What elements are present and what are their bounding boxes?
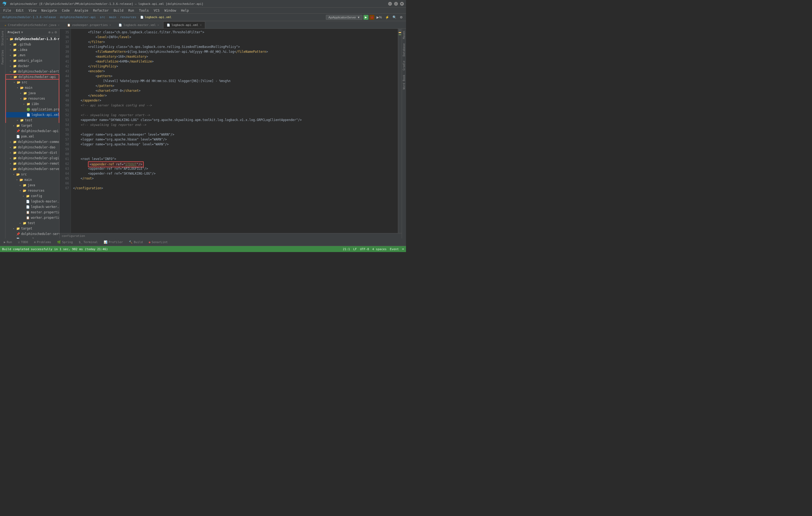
- tab-close-2[interactable]: ×: [157, 24, 159, 27]
- sidebar-header: Project ▼ ⊕ ≡ ⚙: [5, 29, 59, 36]
- run-config-dropdown[interactable]: ApiApplicationServer ▼: [326, 15, 362, 20]
- tree-item-pom.xml[interactable]: 📄pom.xml: [5, 237, 59, 238]
- sidebar-icon-btn3[interactable]: ⚙: [54, 31, 57, 34]
- sidebar-icon-btn2[interactable]: ≡: [52, 31, 53, 34]
- tree-item-dolphinscheduler-server[interactable]: ▾📂dolphinscheduler-server: [5, 166, 59, 172]
- tree-item-ambari_plugin[interactable]: ▸📁ambari_plugin: [5, 58, 59, 63]
- tab-zookeeper[interactable]: 📋 zookeeper.properties ×: [64, 21, 115, 28]
- tree-item-pom.xml[interactable]: 📄pom.xml: [5, 134, 59, 139]
- tree-item-dolphinscheduler-common[interactable]: ▸📁dolphinscheduler-common: [5, 139, 59, 145]
- debug-button[interactable]: 🐞: [370, 15, 374, 20]
- toolbar-btn2[interactable]: ⚙: [399, 15, 404, 20]
- tab-close-3[interactable]: ×: [200, 24, 202, 27]
- tree-item-main[interactable]: ▾📂main: [5, 85, 59, 90]
- tree-item-.idea[interactable]: ▸📁.idea: [5, 47, 59, 53]
- tab-label-3: logback-api.xml: [172, 23, 198, 27]
- tree-item-target[interactable]: ▸📁target: [5, 123, 59, 128]
- maximize-button[interactable]: □: [394, 2, 398, 6]
- menu-build[interactable]: Build: [112, 8, 125, 13]
- status-indent[interactable]: 4 spaces: [372, 248, 386, 251]
- breadcrumb-main[interactable]: main: [109, 16, 116, 19]
- tree-item-worker.properties[interactable]: 📋worker.properties: [5, 215, 59, 220]
- tree-item-src[interactable]: ▾📂src: [5, 80, 59, 85]
- tree-item-src[interactable]: ▾📂src: [5, 172, 59, 177]
- tree-item-dolphinscheduler-1.3.6-release[interactable]: ▾📂dolphinscheduler-1.3.6-release: [5, 36, 59, 42]
- run-button[interactable]: ▶: [364, 15, 368, 20]
- menu-edit[interactable]: Edit: [14, 8, 26, 13]
- maven-panel-btn[interactable]: Maven: [402, 30, 406, 40]
- sidebar-icon-btn1[interactable]: ⊕: [48, 31, 51, 34]
- breadcrumb-src[interactable]: src: [99, 16, 105, 19]
- tree-item-dolphinscheduler-dao[interactable]: ▸📁dolphinscheduler-dao: [5, 145, 59, 150]
- tree-item-logback-master.xml[interactable]: 📄logback-master.xml: [5, 199, 59, 204]
- menu-navigate[interactable]: Navigate: [39, 8, 59, 13]
- tree-item-logback-worker.xml[interactable]: 📄logback-worker.xml: [5, 204, 59, 209]
- tree-item-dolphinscheduler-remote[interactable]: ▸📁dolphinscheduler-remote: [5, 161, 59, 166]
- bottom-tab-problems[interactable]: ⊗ Problems: [31, 239, 54, 245]
- tree-item-config[interactable]: ▸📁config: [5, 193, 59, 199]
- tree-item-resources[interactable]: ▾📂resources: [5, 96, 59, 101]
- tree-item-main[interactable]: ▾📂main: [5, 177, 59, 182]
- right-gutter: [398, 29, 402, 233]
- tree-item-test[interactable]: ▸📁test: [5, 117, 59, 123]
- coverage-button[interactable]: ▶%: [375, 15, 383, 20]
- breadcrumb-file[interactable]: logback-api.xml: [145, 16, 171, 19]
- status-position[interactable]: 21:1: [343, 248, 350, 251]
- tree-item-dolphinscheduler-api[interactable]: ▾📂dolphinscheduler-api: [5, 74, 59, 80]
- tree-item-test[interactable]: ▸📁test: [5, 220, 59, 226]
- bottom-tab-profiler[interactable]: 📊 Profiler: [101, 239, 125, 245]
- bottom-tab-sonarlint[interactable]: ◉ SonarLint: [146, 239, 170, 245]
- tree-item-dolphinscheduler-alert[interactable]: ▸📁dolphinscheduler-alert: [5, 69, 59, 74]
- tree-item-application.properties[interactable]: 🟢application.properties: [5, 107, 59, 112]
- gradle-panel-btn[interactable]: Gradle: [402, 60, 406, 71]
- tree-item-master.properties[interactable]: 📋master.properties: [5, 209, 59, 215]
- tree-item-dolphinscheduler-server.iml[interactable]: 📌dolphinscheduler-server.iml: [5, 231, 59, 237]
- tree-item-logback-api.xml[interactable]: 📄logback-api.xml: [5, 112, 59, 117]
- menu-window[interactable]: Window: [162, 8, 178, 13]
- bottom-tab-run[interactable]: ▶ Run: [1, 239, 15, 245]
- menu-help[interactable]: Help: [179, 8, 191, 13]
- tab-logback-api[interactable]: 📄 logback-api.xml ×: [163, 21, 205, 28]
- breadcrumb-module[interactable]: dolphinscheduler-api: [60, 16, 95, 19]
- profile-button[interactable]: ⚡: [384, 15, 390, 20]
- code-content[interactable]: <filter class="ch.qos.logback.classic.fi…: [71, 29, 398, 233]
- tab-close-1[interactable]: ×: [109, 24, 111, 27]
- breadcrumb-root[interactable]: dolphinscheduler-1.3.6-release: [2, 16, 56, 19]
- menu-file[interactable]: File: [1, 8, 13, 13]
- tree-item-dolphinscheduler-api.iml[interactable]: 📌dolphinscheduler-api.iml: [5, 128, 59, 134]
- menu-run[interactable]: Run: [126, 8, 137, 13]
- word-book-panel-btn[interactable]: Word Book: [402, 74, 406, 90]
- tree-item-dolphinscheduler-plugin-api[interactable]: ▸📁dolphinscheduler-plugin-api: [5, 155, 59, 161]
- breadcrumb-resources[interactable]: resources: [120, 16, 137, 19]
- menu-analyze[interactable]: Analyze: [72, 8, 90, 13]
- database-panel-btn[interactable]: Database: [402, 42, 406, 57]
- menu-vcs[interactable]: VCS: [151, 8, 162, 13]
- bottom-tab-terminal[interactable]: $_ Terminal: [76, 239, 100, 245]
- tree-item-java[interactable]: ▸📁java: [5, 182, 59, 188]
- minimize-button[interactable]: ─: [388, 2, 392, 6]
- tab-create-dolphin[interactable]: ☕ CreateDolphinScheduler.java ×: [1, 21, 63, 28]
- status-line-ending[interactable]: LF: [353, 248, 357, 251]
- tree-item-i18n[interactable]: ▸📁i18n: [5, 101, 59, 107]
- tree-item-docker[interactable]: ▸📁docker: [5, 63, 59, 69]
- structure-panel-btn[interactable]: Structure: [1, 31, 4, 46]
- status-encoding[interactable]: UTF-8: [360, 248, 369, 251]
- menu-refactor[interactable]: Refactor: [91, 8, 111, 13]
- tree-item-dolphinscheduler-dist[interactable]: ▸📁dolphinscheduler-dist: [5, 150, 59, 155]
- tab-close-0[interactable]: ×: [58, 24, 60, 27]
- menu-view[interactable]: View: [27, 8, 39, 13]
- menu-tools[interactable]: Tools: [137, 8, 151, 13]
- tree-item-java[interactable]: ▸📁java: [5, 90, 59, 96]
- tree-item-resources[interactable]: ▾📂resources: [5, 188, 59, 193]
- bottom-tab-spring[interactable]: 🌿 Spring: [54, 239, 76, 245]
- favorites-panel-btn[interactable]: Favorites: [1, 50, 4, 64]
- bottom-tab-build[interactable]: 🔨 Build: [126, 239, 145, 245]
- tree-item-target[interactable]: ▸📁target: [5, 226, 59, 231]
- toolbar-btn1[interactable]: 🔍: [392, 15, 398, 20]
- tree-item-.mvn[interactable]: ▸📁.mvn: [5, 53, 59, 58]
- tree-item-.github[interactable]: ▸📁.github: [5, 42, 59, 47]
- tab-logback-master[interactable]: 📄 logback-master.xml ×: [115, 21, 163, 28]
- bottom-tab-todo[interactable]: ☑ TODO: [16, 239, 31, 245]
- menu-code[interactable]: Code: [60, 8, 72, 13]
- close-button[interactable]: ✕: [400, 2, 404, 6]
